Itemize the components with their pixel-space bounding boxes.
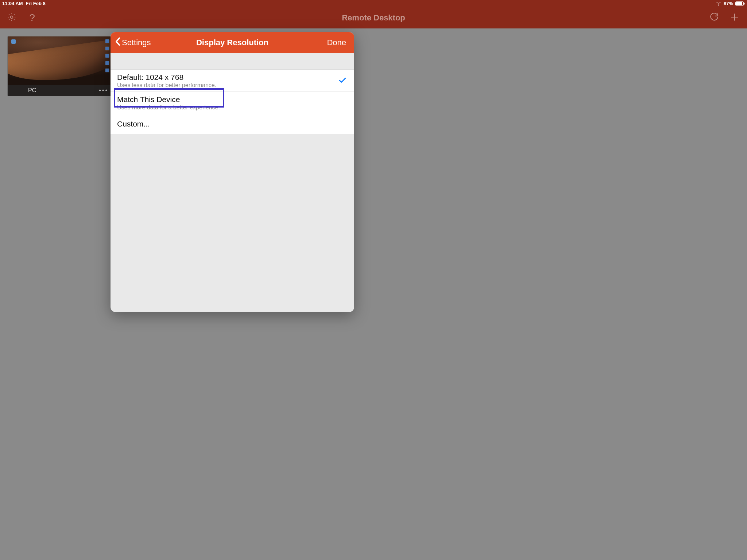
modal-header: Settings Display Resolution Done <box>111 32 354 53</box>
connection-card[interactable]: PC ••• <box>8 36 112 96</box>
option-title: Match This Device <box>117 95 348 104</box>
status-bar: 11:04 AM Fri Feb 8 87% <box>0 0 465 7</box>
connection-footer: PC ••• <box>8 85 112 96</box>
option-title: Default: 1024 x 768 <box>117 73 339 82</box>
chevron-left-icon <box>115 37 120 48</box>
question-icon: ? <box>29 12 35 24</box>
status-date: Fri Feb 8 <box>26 1 46 6</box>
help-button[interactable]: ? <box>27 13 37 23</box>
option-subtitle: Uses more data for a better experience. <box>117 104 348 111</box>
app-title: Remote Desktop <box>0 13 465 23</box>
back-button[interactable]: Settings <box>111 37 151 48</box>
app-header: ? Remote Desktop <box>0 7 465 28</box>
resolution-options-list: Default: 1024 x 768 Uses less data for b… <box>111 69 354 134</box>
gear-icon <box>7 12 16 23</box>
option-default[interactable]: Default: 1024 x 768 Uses less data for b… <box>111 70 354 92</box>
back-label: Settings <box>122 38 151 47</box>
svg-point-3 <box>11 16 13 18</box>
display-resolution-modal: Settings Display Resolution Done Default… <box>111 32 354 312</box>
status-time: 11:04 AM <box>2 1 23 6</box>
checkmark-icon <box>339 76 346 85</box>
option-custom[interactable]: Custom... <box>111 114 354 133</box>
option-subtitle: Uses less data for better performance. <box>117 82 339 89</box>
done-button[interactable]: Done <box>327 38 354 47</box>
settings-button[interactable] <box>7 13 17 23</box>
connection-label: PC <box>28 87 36 94</box>
option-match-device[interactable]: Match This Device Uses more data for a b… <box>111 92 354 114</box>
connection-more-icon[interactable]: ••• <box>99 87 108 94</box>
option-title: Custom... <box>117 117 348 131</box>
